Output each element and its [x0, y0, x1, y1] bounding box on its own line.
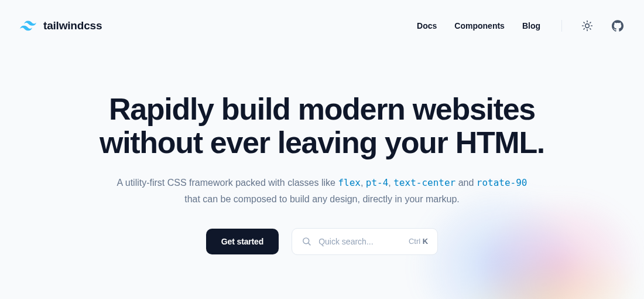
kbd-key: K: [423, 237, 428, 246]
sub-sep: ,: [361, 178, 366, 188]
search-shortcut: Ctrl K: [409, 237, 428, 246]
sub-text: A utility-first CSS framework packed wit…: [117, 178, 338, 188]
github-icon[interactable]: [611, 19, 624, 32]
nav-links: Docs Components Blog: [417, 19, 624, 32]
code-sample-flex: flex: [338, 177, 361, 188]
headline-line-2: without ever leaving your HTML.: [100, 125, 544, 159]
hero-subtitle: A utility-first CSS framework packed wit…: [111, 175, 533, 206]
sub-text: that can be composed to build any design…: [184, 194, 460, 204]
code-sample-rotate90: rotate-90: [477, 177, 527, 188]
nav-divider: [561, 20, 562, 32]
nav-link-docs[interactable]: Docs: [417, 21, 437, 30]
svg-point-0: [585, 24, 590, 28]
code-sample-pt4: pt-4: [366, 177, 389, 188]
brand-logo-link[interactable]: tailwindcss: [20, 19, 102, 32]
theme-toggle-icon[interactable]: [581, 19, 594, 32]
svg-line-10: [309, 243, 310, 245]
hero-section: Rapidly build modern websites without ev…: [0, 38, 644, 255]
kbd-mod: Ctrl: [409, 237, 423, 246]
nav-link-components[interactable]: Components: [454, 21, 505, 30]
headline-line-1: Rapidly build modern websites: [109, 92, 535, 126]
top-nav: tailwindcss Docs Components Blog: [0, 0, 644, 38]
get-started-button[interactable]: Get started: [206, 229, 279, 254]
search-icon: [302, 236, 311, 246]
tailwind-logo-icon: [20, 21, 36, 31]
svg-line-4: [590, 29, 591, 29]
quick-search-button[interactable]: Quick search... Ctrl K: [292, 228, 438, 255]
search-placeholder: Quick search...: [318, 237, 402, 246]
sub-text: and: [455, 178, 477, 188]
cta-row: Get started Quick search... Ctrl K: [0, 228, 644, 255]
svg-line-3: [584, 22, 584, 23]
svg-line-7: [584, 29, 584, 29]
code-sample-text-center: text-center: [393, 177, 455, 188]
sub-sep: ,: [388, 178, 393, 188]
brand-name: tailwindcss: [43, 19, 102, 32]
nav-link-blog[interactable]: Blog: [522, 21, 540, 30]
svg-point-9: [303, 238, 309, 244]
hero-headline: Rapidly build modern websites without ev…: [64, 93, 580, 159]
svg-line-8: [590, 22, 591, 23]
